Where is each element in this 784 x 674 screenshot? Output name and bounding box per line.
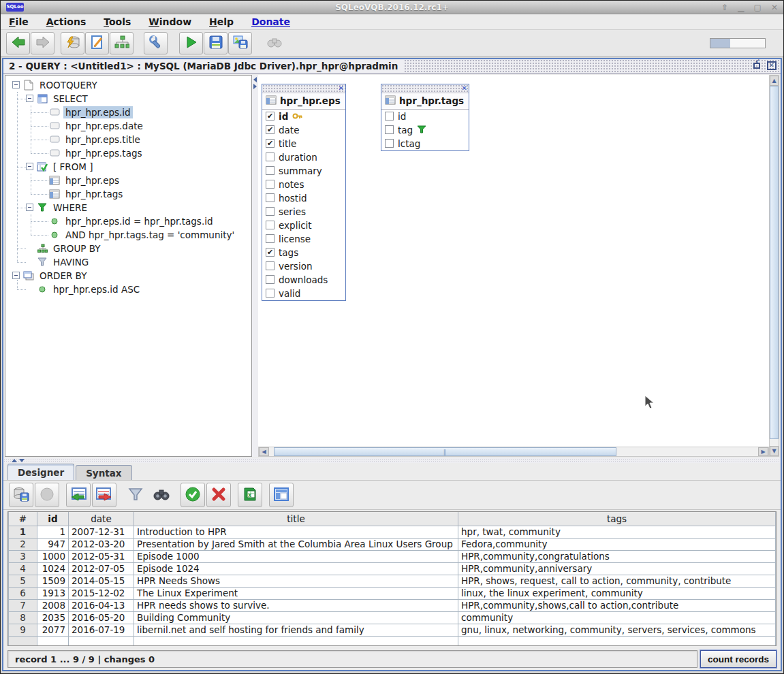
apply-changes-button[interactable] <box>181 483 205 507</box>
field-checkbox[interactable]: ✔ <box>266 125 275 134</box>
expander-icon[interactable] <box>26 95 33 102</box>
field-row[interactable]: version <box>262 259 345 273</box>
tree-node-where[interactable]: WHERE <box>5 201 251 214</box>
schema-button[interactable] <box>110 32 134 54</box>
frame-close-icon[interactable]: ✕ <box>766 61 777 71</box>
forward-button[interactable] <box>31 32 54 54</box>
field-checkbox[interactable] <box>266 289 275 298</box>
tree-node-condition[interactable]: AND hpr_hpr.tags.tag = 'community' <box>5 228 251 242</box>
prev-record-button[interactable] <box>66 483 91 507</box>
field-row[interactable]: explicit <box>262 219 345 232</box>
filter-results-button[interactable] <box>123 483 148 507</box>
field-checkbox[interactable] <box>266 234 275 243</box>
card-close-icon[interactable]: ✕ <box>339 84 344 93</box>
collapse-right-icon[interactable] <box>253 84 257 89</box>
grid-row[interactable]: 29472012-03-20Presentation by Jared Smit… <box>9 538 776 550</box>
field-checkbox[interactable] <box>266 180 275 189</box>
horizontal-splitter[interactable] <box>3 458 781 463</box>
tree-node-order-item[interactable]: hpr_hpr.eps.id ASC <box>5 283 251 296</box>
layout-panel-button[interactable] <box>269 483 294 507</box>
cancel-changes-button[interactable] <box>206 483 231 507</box>
field-checkbox[interactable] <box>266 261 275 270</box>
tree-node-rootquery[interactable]: ROOTQUERY <box>5 78 251 92</box>
menu-actions[interactable]: Actions <box>46 16 87 27</box>
expander-icon[interactable] <box>12 81 20 89</box>
grid-row[interactable]: 310002012-05-31Episode 1000HPR,community… <box>9 550 776 562</box>
field-checkbox[interactable] <box>266 221 275 229</box>
tree-node-table[interactable]: hpr_hpr.tags <box>5 187 251 201</box>
field-checkbox[interactable] <box>385 125 394 134</box>
field-row[interactable]: license <box>262 232 345 246</box>
field-row[interactable]: notes <box>262 178 345 191</box>
field-checkbox[interactable]: ✔ <box>266 248 275 257</box>
grid-row[interactable]: 112007-12-31Introduction to HPRhpr, twat… <box>9 526 776 538</box>
collapse-left-icon[interactable] <box>253 77 257 82</box>
table-card-tags[interactable]: ✕ hpr_hpr.tags id tag lctag <box>381 84 469 151</box>
field-row[interactable]: tag <box>381 123 469 137</box>
scroll-right-icon[interactable]: ▶ <box>758 447 768 456</box>
field-row[interactable]: downloads <box>262 273 345 287</box>
tree-node-column[interactable]: hpr_hpr.eps.date <box>5 119 251 133</box>
menu-window[interactable]: Window <box>148 16 191 27</box>
grid-row[interactable]: 720082016-04-13HPR needs shows to surviv… <box>9 599 776 611</box>
search-results-button[interactable] <box>149 483 174 507</box>
card-header[interactable]: hpr_hpr.eps <box>262 93 345 110</box>
field-row[interactable]: ✔date <box>262 123 345 137</box>
scroll-left-icon[interactable]: ◀ <box>259 447 269 456</box>
design-canvas[interactable]: ✕ hpr_hpr.eps ✔id ✔date ✔title duration … <box>258 75 769 447</box>
scroll-up-icon[interactable]: ▲ <box>770 76 779 86</box>
tree-node-from[interactable]: [ FROM ] <box>5 160 251 174</box>
field-checkbox[interactable] <box>266 193 275 202</box>
tree-node-column[interactable]: hpr_hpr.eps.id <box>5 106 251 119</box>
field-checkbox[interactable] <box>385 139 394 148</box>
splitpane-divider[interactable] <box>252 75 258 457</box>
tree-node-column[interactable]: hpr_hpr.eps.tags <box>5 146 251 160</box>
field-checkbox[interactable] <box>266 275 275 284</box>
export-excel-button[interactable]: x <box>238 483 262 507</box>
maximize-icon[interactable]: ▢ <box>754 3 762 12</box>
field-checkbox[interactable] <box>266 207 275 216</box>
menu-file[interactable]: File <box>9 16 29 27</box>
close-icon[interactable]: ✕ <box>771 3 778 12</box>
back-button[interactable] <box>6 32 30 54</box>
collapse-up-icon[interactable] <box>12 459 17 462</box>
db-save-button[interactable] <box>9 483 33 507</box>
expander-icon[interactable] <box>12 272 20 279</box>
field-checkbox[interactable] <box>385 112 394 121</box>
menu-help[interactable]: Help <box>209 16 234 27</box>
menu-tools[interactable]: Tools <box>104 16 131 27</box>
card-header[interactable]: hpr_hpr.tags <box>381 93 469 110</box>
count-records-button[interactable]: count records <box>700 650 777 668</box>
grid-row[interactable]: 920772016-07-19libernil.net and self hos… <box>9 624 776 636</box>
save-image-button[interactable] <box>228 32 252 54</box>
expander-icon[interactable] <box>26 163 33 170</box>
col-header-id[interactable]: id <box>37 512 69 526</box>
field-row[interactable]: ✔title <box>262 137 345 150</box>
tree-node-select[interactable]: SELECT <box>5 92 251 106</box>
field-row[interactable]: summary <box>262 164 345 178</box>
tree-node-table[interactable]: hpr_hpr.eps <box>5 174 251 187</box>
horizontal-scrollbar[interactable]: ◀ ‖ ▶ <box>258 447 769 457</box>
vertical-scrollbar[interactable]: ▲ ▼ <box>769 75 779 457</box>
grid-row[interactable]: 410242012-07-05Episode 1024HPR,community… <box>9 562 776 575</box>
field-row[interactable]: series <box>262 205 345 219</box>
save-button[interactable] <box>204 32 228 54</box>
driver-button[interactable] <box>144 32 168 54</box>
col-header-date[interactable]: date <box>69 512 134 526</box>
col-header-rownum[interactable]: # <box>9 512 37 526</box>
table-card-eps[interactable]: ✕ hpr_hpr.eps ✔id ✔date ✔title duration … <box>262 84 346 301</box>
card-titlebar[interactable]: ✕ <box>381 84 469 93</box>
tree-node-groupby[interactable]: GROUP BY <box>5 242 251 255</box>
field-row[interactable]: lctag <box>381 137 469 150</box>
grid-row[interactable]: 515092014-05-15HPR Needs ShowsHPR, shows… <box>9 575 776 587</box>
menu-donate-link[interactable]: Donate <box>251 16 290 27</box>
field-checkbox[interactable]: ✔ <box>266 139 275 148</box>
stop-button[interactable] <box>35 483 59 507</box>
field-row[interactable]: ✔id <box>262 110 345 123</box>
find-button[interactable] <box>262 32 286 54</box>
field-row[interactable]: hostid <box>262 191 345 205</box>
field-row[interactable]: duration <box>262 150 345 164</box>
col-header-title[interactable]: title <box>134 512 458 526</box>
col-header-tags[interactable]: tags <box>458 512 776 526</box>
tab-syntax[interactable]: Syntax <box>76 465 131 480</box>
